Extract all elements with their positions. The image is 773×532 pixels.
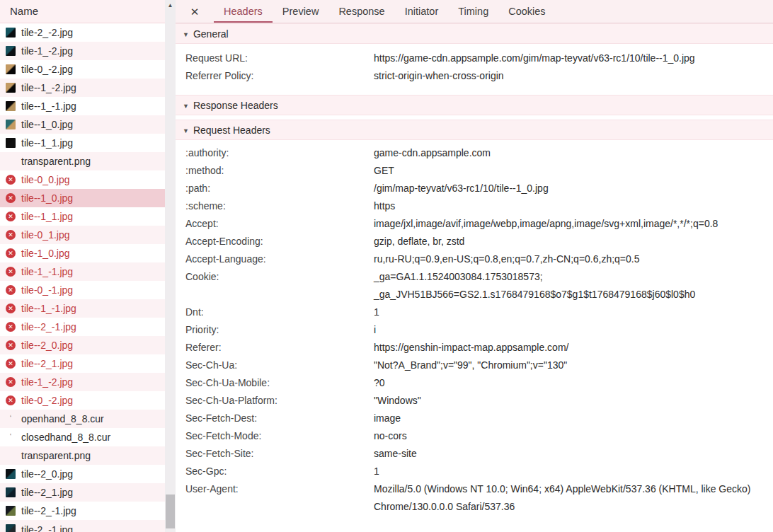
request-row-tile-1-1-jpg[interactable]: ✕tile--1_1.jpg xyxy=(0,207,165,226)
request-file-name: tile-1_-1.jpg xyxy=(21,266,73,277)
name-column-header[interactable]: Name xyxy=(0,0,165,23)
request-row-tile-1-1-jpg[interactable]: ✕tile-1_-1.jpg xyxy=(0,262,165,281)
header-value: GET xyxy=(374,162,765,180)
header-value: 1 xyxy=(374,463,765,480)
request-row-tile-1-2-jpg[interactable]: tile--1_-2.jpg xyxy=(0,79,165,97)
request-file-name: tile--2_1.jpg xyxy=(21,487,73,498)
tab-initiator[interactable]: Initiator xyxy=(395,0,449,23)
error-icon: ✕ xyxy=(6,175,16,185)
header-row-accept-language: Accept-Language:ru,ru-RU;q=0.9,en-US;q=0… xyxy=(176,250,773,268)
header-value: "Windows" xyxy=(374,392,765,410)
request-row-tile-1-0-jpg[interactable]: tile--1_0.jpg xyxy=(0,115,165,134)
request-row-tile-1-2-jpg[interactable]: tile-1_-2.jpg xyxy=(0,42,165,60)
request-file-name: tile--2_0.jpg xyxy=(21,468,73,480)
header-key: Sec-Fetch-Mode: xyxy=(185,427,374,445)
request-row-tile-2-1-jpg[interactable]: tile--2_1.jpg xyxy=(0,483,165,502)
request-file-name: transparent.png xyxy=(21,156,91,167)
error-icon: ✕ xyxy=(6,248,16,258)
request-row-tile-2-1-jpg[interactable]: ✕tile--2_-1.jpg xyxy=(0,318,165,336)
request-row-tile-2-0-jpg[interactable]: tile--2_0.jpg xyxy=(0,465,165,483)
close-icon[interactable]: ✕ xyxy=(176,0,214,23)
header-value: /gim/map-teyvat/v63-rc1/10/tile--1_0.jpg xyxy=(374,180,765,197)
header-key: Referrer Policy: xyxy=(185,67,374,85)
section-rows-request-headers: :authority:game-cdn.appsample.com:method… xyxy=(176,140,773,523)
request-file-name: tile--1_-1.jpg xyxy=(21,303,76,314)
tile-thumbnail-icon xyxy=(6,487,16,497)
header-row-path: :path:/gim/map-teyvat/v63-rc1/10/tile--1… xyxy=(176,180,773,197)
request-row-tile-2-0-jpg[interactable]: ✕tile--2_0.jpg xyxy=(0,336,165,354)
request-row-tile-0-2-jpg[interactable]: ✕tile-0_-2.jpg xyxy=(0,391,165,410)
tab-timing[interactable]: Timing xyxy=(448,0,498,23)
header-row-authority: :authority:game-cdn.appsample.com xyxy=(176,144,773,162)
section-title: General xyxy=(193,28,229,40)
request-row-tile-1-0-jpg[interactable]: ✕tile--1_0.jpg xyxy=(0,189,165,207)
tile-thumbnail-icon xyxy=(6,120,16,129)
request-row-closedhand-8-8-cur[interactable]: ʻclosedhand_8_8.cur xyxy=(0,428,165,446)
sidebar-scrollbar[interactable]: ▲ xyxy=(165,0,176,532)
request-row-tile-0-2-jpg[interactable]: tile-0_-2.jpg xyxy=(0,60,165,79)
request-row-tile-0-0-jpg[interactable]: ✕tile-0_0.jpg xyxy=(0,170,165,189)
tab-response[interactable]: Response xyxy=(328,0,394,23)
header-key: Sec-Fetch-Site: xyxy=(185,445,374,463)
header-key: Referer: xyxy=(185,339,374,357)
request-row-tile-2-1-jpg[interactable]: ✕tile--2_1.jpg xyxy=(0,354,165,373)
request-row-tile-2-2-jpg[interactable]: tile-2_-2.jpg xyxy=(0,23,165,42)
request-row-tile-2-1-jpg[interactable]: tile--2_-1.jpg xyxy=(0,502,165,520)
request-row-transparent-png[interactable]: transparent.png xyxy=(0,152,165,170)
request-row-tile-0-1-jpg[interactable]: ✕tile-0_-1.jpg xyxy=(0,281,165,299)
header-key: :authority: xyxy=(185,144,374,162)
tab-headers[interactable]: Headers xyxy=(214,0,273,23)
header-key: Accept-Encoding: xyxy=(185,233,374,250)
header-key: Sec-Ch-Ua-Platform: xyxy=(185,392,374,410)
header-value: same-site xyxy=(374,445,765,463)
collapse-triangle-icon: ▼ xyxy=(183,121,189,141)
request-row-tile-1-2-jpg[interactable]: ✕tile-1_-2.jpg xyxy=(0,373,165,391)
scroll-up-icon[interactable]: ▲ xyxy=(165,0,176,11)
header-row-sec-fetch-site: Sec-Fetch-Site:same-site xyxy=(176,445,773,463)
request-row-tile-0-1-jpg[interactable]: ✕tile-0_1.jpg xyxy=(0,226,165,244)
header-key: Cookie: xyxy=(185,268,374,303)
header-key: Sec-Gpc: xyxy=(185,463,374,480)
tab-cookies[interactable]: Cookies xyxy=(498,0,555,23)
request-row-tile-1-0-jpg[interactable]: ✕tile-1_0.jpg xyxy=(0,244,165,262)
section-header-response-headers[interactable]: ▼Response Headers xyxy=(176,95,773,115)
error-icon: ✕ xyxy=(6,285,16,295)
tile-thumbnail-icon xyxy=(6,46,16,56)
error-icon: ✕ xyxy=(6,377,16,387)
header-row-method: :method:GET xyxy=(176,162,773,180)
cursor-file-icon: ʻ xyxy=(6,432,16,442)
section-header-request-headers[interactable]: ▼Request Headers xyxy=(176,120,773,140)
request-file-name: tile-0_-1.jpg xyxy=(21,284,73,296)
request-row-openhand-8-8-cur[interactable]: ʻopenhand_8_8.cur xyxy=(0,410,165,428)
request-file-name: tile--1_-1.jpg xyxy=(21,100,76,112)
header-value: image xyxy=(374,410,765,427)
section-rows-general: Request URL:https://game-cdn.appsample.c… xyxy=(176,44,773,95)
header-value: i xyxy=(374,321,765,339)
request-file-name: tile-0_0.jpg xyxy=(21,174,70,185)
error-icon: ✕ xyxy=(6,395,16,405)
request-file-name: tile-1_-2.jpg xyxy=(21,45,73,57)
request-row-tile-1-1-jpg[interactable]: tile--1_-1.jpg xyxy=(0,97,165,115)
request-file-name: tile--2_-1.jpg xyxy=(21,321,76,332)
tile-thumbnail-icon xyxy=(6,28,16,37)
error-icon: ✕ xyxy=(6,267,16,277)
header-row-sec-gpc: Sec-Gpc:1 xyxy=(176,463,773,480)
header-value: no-cors xyxy=(374,427,765,445)
request-row-tile-1-1-jpg[interactable]: ✕tile--1_-1.jpg xyxy=(0,299,165,318)
header-key: :scheme: xyxy=(185,197,374,215)
tab-preview[interactable]: Preview xyxy=(273,0,329,23)
blank-file-icon xyxy=(6,156,16,166)
request-row-tile-2-1-jpg[interactable]: tile-2_-1.jpg xyxy=(0,520,165,532)
header-key: Dnt: xyxy=(185,303,374,321)
request-row-tile-1-1-jpg[interactable]: tile--1_1.jpg xyxy=(0,134,165,152)
error-icon: ✕ xyxy=(6,303,16,313)
header-value: "Not?A_Brand";v="99", "Chromium";v="130" xyxy=(374,357,765,374)
header-row-sec-ch-ua-platform: Sec-Ch-Ua-Platform:"Windows" xyxy=(176,392,773,410)
tile-thumbnail-icon xyxy=(6,64,16,74)
header-row-dnt: Dnt:1 xyxy=(176,303,773,321)
scrollbar-thumb[interactable] xyxy=(166,495,175,528)
error-icon: ✕ xyxy=(6,359,16,369)
section-header-general[interactable]: ▼General xyxy=(176,23,773,44)
header-key: Accept-Language: xyxy=(185,250,374,268)
request-row-transparent-png[interactable]: transparent.png xyxy=(0,446,165,465)
